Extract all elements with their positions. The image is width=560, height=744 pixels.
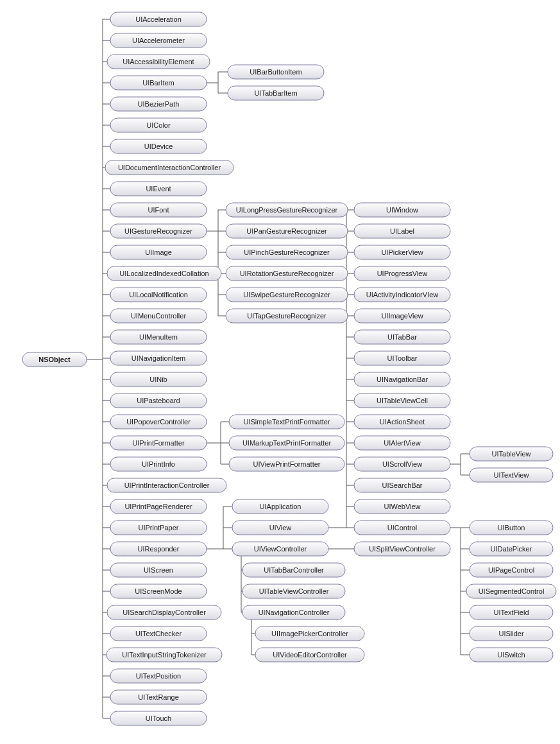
class-label: UISplitViewController <box>369 545 436 553</box>
class-label: UIPanGestureRecognizer <box>246 227 327 235</box>
class-label: UIBarItem <box>142 79 174 87</box>
class-label: UIMenuItem <box>139 333 178 341</box>
class-label: UIRotationGestureRecognizer <box>240 270 334 277</box>
class-label: UIViewController <box>254 545 307 553</box>
class-label: UIPopoverController <box>126 418 191 426</box>
class-label: UIScreen <box>144 566 173 574</box>
class-label: UITextRange <box>138 693 179 701</box>
class-label: UIWebView <box>384 503 420 510</box>
class-label: UIColor <box>146 121 171 129</box>
class-label: UIDevice <box>144 143 173 150</box>
class-label: UISwitch <box>497 651 525 659</box>
class-label: UIApplication <box>260 503 301 510</box>
class-label: UIPrintInfo <box>142 460 175 468</box>
class-label: UIGestureRecognizer <box>124 227 192 235</box>
class-label: UIAcceleration <box>135 15 182 23</box>
class-label: UIMarkupTextPrintFormatter <box>242 439 331 447</box>
class-label: UIBezierPath <box>138 100 180 108</box>
class-label: UIEvent <box>146 185 171 193</box>
class-label: UIPrintPageRenderer <box>124 503 192 510</box>
class-label: UIProgressView <box>377 270 428 277</box>
class-label: UIButton <box>498 524 525 532</box>
class-label: UITouch <box>146 714 171 722</box>
class-label: UISegmentedControl <box>479 587 545 595</box>
class-label: UILongPressGestureRecognizer <box>236 206 338 214</box>
class-label: UISwipeGestureRecognizer <box>243 291 330 298</box>
class-label: UIPasteboard <box>137 397 180 404</box>
class-label: UIControl <box>387 524 417 532</box>
class-label: UIImageView <box>381 312 423 320</box>
class-label: UIBarButtonItem <box>250 68 301 76</box>
class-label: UITabBar <box>387 333 417 341</box>
class-label: UISearchDisplayController <box>123 609 206 616</box>
class-label: UILabel <box>390 227 414 235</box>
class-label: UIView <box>269 524 292 532</box>
class-label: UITabBarItem <box>254 89 297 97</box>
class-label: UITabBarController <box>264 566 324 574</box>
class-label: UITableView <box>492 450 531 458</box>
class-label: UIActivityIndicatorVIew <box>366 291 439 298</box>
class-label: UIPinchGestureRecognizer <box>244 248 330 256</box>
class-label: UILocalNotification <box>129 291 188 298</box>
class-label: UINib <box>149 376 167 383</box>
class-label: UIPrintPaper <box>139 524 179 532</box>
class-label: UINavigationController <box>259 609 330 616</box>
class-label: UITextField <box>493 609 529 616</box>
class-label: UIImagePickerController <box>271 630 348 637</box>
class-label: UITextChecker <box>135 630 182 637</box>
class-label: UIActionSheet <box>380 418 425 426</box>
class-label: UIScreenMode <box>135 587 182 595</box>
class-label: NSObject <box>38 356 71 363</box>
class-label: UINavigationItem <box>132 354 185 362</box>
class-label: UIScrollView <box>382 460 422 468</box>
class-label: UIPageControl <box>488 566 534 574</box>
class-label: UIPickerView <box>381 248 423 256</box>
class-label: UITapGestureRecognizer <box>247 312 327 320</box>
class-label: UIImage <box>145 248 172 256</box>
class-label: UIAccelerometer <box>132 37 185 44</box>
class-label: UIMenuController <box>131 312 187 320</box>
class-label: UIAlertView <box>384 439 420 447</box>
class-label: UIResponder <box>138 545 180 553</box>
class-label: UISimpleTextPrintFormatter <box>243 418 330 426</box>
class-label: UITableViewCell <box>377 397 428 404</box>
class-label: UIViewPrintFormatter <box>253 460 321 468</box>
class-label: UIFont <box>148 206 169 214</box>
class-label: UISearchBar <box>382 481 423 489</box>
class-label: UINavigationBar <box>377 376 428 383</box>
class-label: UIPrintInteractionController <box>124 481 210 489</box>
class-label: UITextInputStringTokenizer <box>122 651 207 659</box>
class-label: UIVideoEditorController <box>273 651 347 659</box>
class-label: UIDocumentInteractionController <box>118 164 221 171</box>
class-label: UITableViewController <box>259 587 329 595</box>
class-label: UIWindow <box>386 206 418 214</box>
class-label: UITextPosition <box>136 672 181 680</box>
class-label: UIAccessibilityElement <box>123 58 194 65</box>
class-label: UIDatePicker <box>491 545 532 553</box>
class-label: UITextView <box>494 471 529 479</box>
class-hierarchy-diagram: NSObjectUIAccelerationUIAccelerometerUIA… <box>0 0 560 744</box>
class-label: UIPrintFormatter <box>132 439 185 447</box>
class-label: UISlider <box>498 630 523 637</box>
class-label: UILocalizedIndexedCollation <box>119 270 208 277</box>
class-label: UIToolbar <box>387 354 417 362</box>
